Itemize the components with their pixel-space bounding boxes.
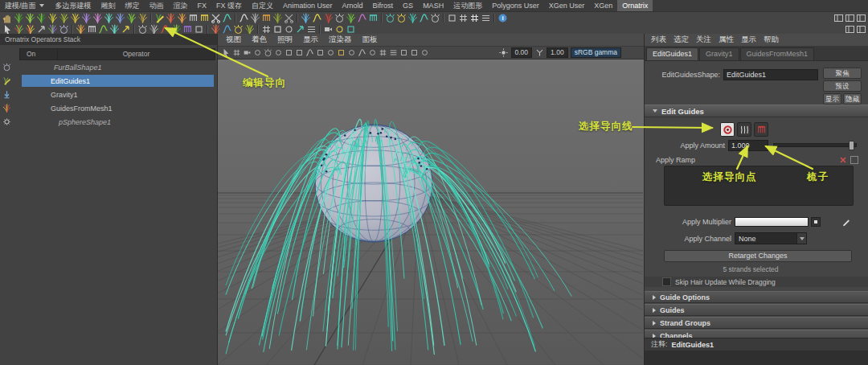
grass-shelf-icon[interactable] — [137, 13, 148, 23]
shape-name-field[interactable]: EditGuides1 — [723, 69, 818, 80]
grass-shelf-icon[interactable] — [47, 24, 58, 35]
hairball-shelf-icon[interactable] — [385, 13, 395, 23]
menu-tab[interactable]: MASH — [418, 0, 448, 11]
list-shelf-icon[interactable] — [481, 13, 491, 23]
curve-shelf-icon[interactable] — [239, 13, 249, 23]
grass-shelf-icon[interactable] — [92, 13, 103, 23]
view-transform-chip[interactable]: sRGB gamma — [571, 47, 621, 58]
hairball-shelf-icon[interactable] — [396, 13, 407, 23]
attribute-tab-Gravity1[interactable]: Gravity1 — [699, 47, 739, 60]
collapsed-section-header-1[interactable]: Guides — [645, 304, 868, 316]
grass-shelf-icon[interactable] — [211, 24, 221, 35]
slider-handle[interactable] — [849, 141, 854, 150]
vp-ao-icon[interactable] — [346, 48, 356, 58]
sphere-shelf-icon[interactable] — [233, 24, 244, 35]
grass-shelf-icon[interactable] — [250, 13, 260, 23]
curve-shelf-icon[interactable] — [419, 13, 429, 23]
grid-shelf-icon[interactable] — [261, 24, 272, 35]
vp-grid2-icon[interactable] — [378, 48, 387, 58]
comb-shelf-icon[interactable] — [188, 13, 199, 23]
apply-channel-dropdown[interactable]: None — [735, 232, 807, 244]
menu-tab[interactable]: 运动图形 — [448, 0, 487, 11]
menu-tab[interactable]: 绑定 — [121, 0, 145, 11]
attribute-tab-GuidesFromMesh1[interactable]: GuidesFromMesh1 — [740, 47, 815, 60]
comb-shelf-icon[interactable] — [87, 24, 97, 35]
comb-shelf-icon[interactable] — [199, 13, 210, 23]
curve-shelf-icon[interactable] — [222, 13, 232, 23]
vp-motionblur-icon[interactable] — [357, 48, 366, 58]
vp-mask-icon[interactable] — [409, 48, 419, 58]
apply-amount-field[interactable]: 1.000 — [728, 140, 768, 151]
vp-dof-icon[interactable] — [367, 48, 377, 58]
operator-row[interactable]: Gravity1 — [0, 88, 215, 101]
vp-isolate-icon[interactable] — [315, 48, 325, 58]
column-header-operator[interactable]: Operator — [58, 49, 215, 59]
grass-shelf-icon[interactable] — [301, 13, 311, 23]
menu-tab[interactable]: XGen — [589, 0, 617, 11]
menu-tab[interactable]: GS — [398, 0, 418, 11]
box-shelf-icon[interactable] — [272, 24, 283, 35]
vp-snap-icon[interactable] — [420, 48, 429, 58]
scissors-shelf-icon[interactable] — [211, 13, 221, 23]
vp-light-icon[interactable] — [252, 48, 262, 58]
grass-shelf-icon[interactable] — [25, 13, 35, 23]
edit-guides-section-header[interactable]: Edit Guides — [645, 105, 868, 117]
attribute-menu-item[interactable]: 列表 — [651, 35, 666, 45]
layout-icon[interactable] — [856, 13, 866, 23]
vp-grid-icon[interactable] — [231, 48, 241, 58]
camera-shelf-icon[interactable] — [323, 24, 334, 35]
menu-tab[interactable]: FX 缓存 — [211, 0, 247, 11]
grass-shelf-icon[interactable] — [407, 13, 418, 23]
viewport-menu-item[interactable]: 着色 — [252, 35, 267, 45]
operator-row[interactable]: EditGuides1 — [0, 74, 215, 88]
comb-shelf-icon[interactable] — [182, 24, 193, 35]
attribute-menu-item[interactable]: 显示 — [741, 35, 756, 45]
show-button[interactable]: 显示 — [823, 93, 841, 105]
viewport-menu-item[interactable]: 照明 — [277, 35, 293, 45]
grass-shelf-icon[interactable] — [70, 13, 80, 23]
layout-icon[interactable] — [856, 24, 866, 35]
grass-shelf-icon[interactable] — [149, 24, 159, 35]
curve-shelf-icon[interactable] — [357, 13, 367, 23]
menu-tab[interactable]: 自定义 — [247, 0, 278, 11]
paint-pen-icon[interactable] — [841, 217, 851, 227]
attribute-menu-item[interactable]: 帮助 — [764, 35, 779, 45]
curve-shelf-icon[interactable] — [98, 24, 108, 35]
cursor-icon[interactable] — [2, 24, 13, 35]
grass-shelf-icon[interactable] — [59, 13, 69, 23]
menu-tab[interactable]: Polygons User — [487, 0, 544, 11]
info-icon[interactable]: i — [497, 13, 508, 23]
apply-ramp-editor[interactable] — [664, 166, 854, 206]
sphere-shelf-icon[interactable] — [59, 24, 69, 35]
vp-gate-icon[interactable] — [399, 48, 408, 58]
ramp-options-icon[interactable] — [850, 156, 858, 164]
vp-select-icon[interactable] — [221, 48, 231, 58]
attribute-menu-item[interactable]: 属性 — [719, 35, 734, 45]
layout-icon[interactable] — [845, 24, 855, 35]
vp-texture-icon[interactable] — [284, 48, 293, 58]
operator-row[interactable]: pSphereShape1 — [0, 115, 215, 129]
viewport-menu-item[interactable]: 视图 — [226, 35, 241, 45]
exposure-value[interactable]: 0.00 — [511, 47, 533, 58]
grass-shelf-icon[interactable] — [81, 13, 92, 23]
column-header-on[interactable]: On — [20, 49, 58, 59]
hide-button[interactable]: 隐藏 — [843, 93, 862, 105]
circle-shelf-icon[interactable] — [284, 24, 294, 35]
grass-shelf-icon[interactable] — [244, 24, 255, 35]
grass-shelf-icon[interactable] — [14, 13, 24, 23]
multiplier-swatch-button[interactable] — [811, 217, 821, 227]
box-shelf-icon[interactable] — [346, 24, 356, 35]
vp-curve-icon[interactable] — [305, 48, 314, 58]
delete-ramp-icon[interactable] — [839, 156, 847, 164]
arrow-shelf-icon[interactable] — [295, 24, 305, 35]
arrow-shelf-icon[interactable] — [36, 24, 47, 35]
menu-tab[interactable]: 动画 — [145, 0, 169, 11]
skip-hair-update-checkbox[interactable] — [662, 277, 671, 286]
hairball-shelf-icon[interactable] — [334, 13, 345, 23]
grass-shelf-icon[interactable] — [323, 13, 334, 23]
curve-shelf-icon[interactable] — [160, 24, 170, 35]
viewport-menu-item[interactable]: 面板 — [362, 35, 378, 45]
menu-tab[interactable]: Bifrost — [368, 0, 399, 11]
exposure-icon[interactable] — [499, 48, 509, 58]
menu-tab[interactable]: XGen User — [544, 0, 590, 11]
